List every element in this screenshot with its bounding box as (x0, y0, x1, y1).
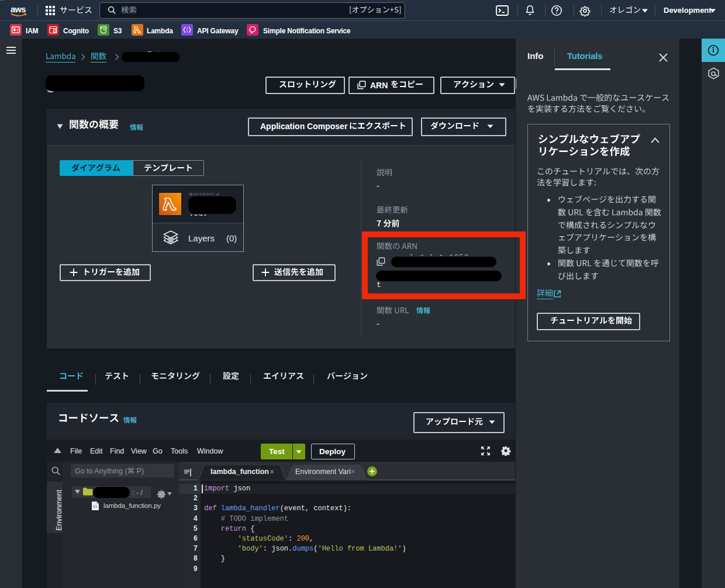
svg-text:aws: aws (11, 5, 26, 14)
